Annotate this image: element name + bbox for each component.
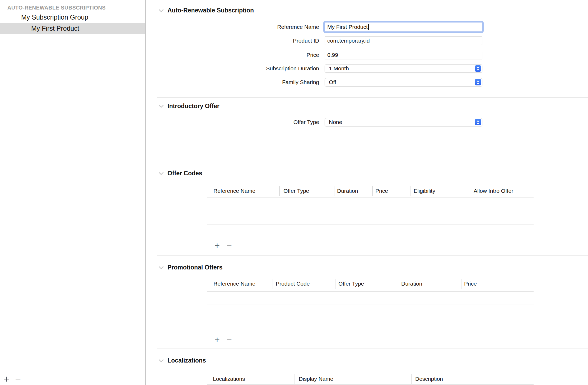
table-row-line	[207, 305, 534, 305]
section-divider	[157, 349, 588, 349]
column-separator	[398, 279, 398, 289]
reference-name-input[interactable]: My First Product	[325, 22, 482, 32]
column-header[interactable]: Reference Name	[213, 280, 255, 287]
section-header-offer-codes[interactable]: Offer Codes	[158, 169, 202, 177]
up-down-chevrons-icon[interactable]	[475, 65, 481, 72]
reference-name-label: Reference Name	[185, 23, 319, 31]
up-down-chevrons-icon[interactable]	[475, 79, 481, 85]
column-separator	[410, 186, 410, 196]
table-row-line	[207, 384, 534, 385]
table-row-line	[207, 291, 534, 292]
product-id-input[interactable]	[325, 36, 482, 45]
subscription-duration-value: 1 Month	[325, 65, 349, 72]
chevron-down-icon[interactable]	[158, 359, 164, 362]
family-sharing-value: Off	[325, 79, 336, 85]
column-header[interactable]: Price	[375, 187, 388, 195]
price-input[interactable]	[325, 51, 482, 59]
offer-type-value: None	[325, 119, 342, 125]
section-divider	[157, 162, 588, 162]
column-separator	[295, 374, 295, 384]
section-header-introductory-offer[interactable]: Introductory Offer	[158, 102, 220, 110]
section-divider	[157, 97, 588, 98]
column-separator	[279, 186, 280, 196]
table-row-line	[207, 319, 534, 319]
table-row-line	[207, 224, 534, 225]
column-header[interactable]: Offer Type	[283, 187, 309, 195]
table-row-line	[207, 211, 534, 211]
price-label: Price	[185, 51, 319, 59]
column-separator	[372, 186, 373, 196]
section-divider	[157, 255, 588, 256]
sidebar: AUTO-RENEWABLE SUBSCRIPTIONS My Subscrip…	[0, 0, 145, 385]
sidebar-actions: + −	[0, 374, 145, 385]
remove-offer-code-button[interactable]: −	[225, 240, 234, 251]
section-title: Promotional Offers	[167, 264, 222, 271]
sidebar-item-label: My First Product	[31, 23, 79, 34]
subscription-duration-select[interactable]: 1 Month	[325, 64, 482, 73]
reference-name-value: My First Product	[327, 22, 368, 31]
column-header[interactable]: Allow Intro Offer	[474, 187, 513, 195]
sidebar-item-my-first-product[interactable]: My First Product	[0, 23, 145, 34]
sidebar-item-label: My Subscription Group	[21, 12, 88, 23]
chevron-down-icon[interactable]	[158, 104, 164, 108]
column-header[interactable]: Duration	[401, 280, 422, 287]
column-separator	[273, 279, 273, 289]
column-separator	[411, 374, 412, 384]
section-title: Auto-Renewable Subscription	[167, 7, 254, 14]
column-header[interactable]: Eligibility	[414, 187, 435, 195]
offer-type-select[interactable]: None	[325, 118, 482, 126]
add-offer-code-button[interactable]: +	[212, 240, 222, 251]
column-header[interactable]: Reference Name	[213, 187, 255, 195]
sidebar-item-subscription-group[interactable]: My Subscription Group	[0, 12, 145, 23]
section-title: Localizations	[167, 357, 206, 364]
chevron-down-icon[interactable]	[158, 266, 164, 269]
column-header[interactable]: Localizations	[213, 375, 245, 383]
family-sharing-label: Family Sharing	[185, 79, 319, 86]
column-separator	[334, 186, 334, 196]
column-separator	[461, 279, 461, 289]
remove-product-button[interactable]: −	[13, 374, 23, 384]
column-separator	[335, 279, 335, 289]
remove-promotional-offer-button[interactable]: −	[225, 334, 234, 345]
text-caret	[368, 24, 369, 30]
section-title: Offer Codes	[167, 170, 202, 177]
offer-type-label: Offer Type	[185, 118, 319, 126]
column-header[interactable]: Offer Type	[338, 280, 364, 287]
chevron-down-icon[interactable]	[158, 9, 164, 12]
family-sharing-select[interactable]: Off	[325, 78, 482, 86]
product-id-label: Product ID	[185, 37, 319, 44]
up-down-chevrons-icon[interactable]	[475, 119, 481, 125]
chevron-down-icon[interactable]	[158, 172, 164, 175]
subscription-duration-label: Subscription Duration	[185, 65, 319, 72]
section-header-localizations[interactable]: Localizations	[158, 356, 206, 365]
section-title: Introductory Offer	[167, 103, 220, 110]
table-row-line	[207, 197, 534, 198]
add-promotional-offer-button[interactable]: +	[212, 334, 222, 345]
column-header[interactable]: Product Code	[276, 280, 310, 287]
column-separator	[470, 186, 470, 196]
section-header-promotional-offers[interactable]: Promotional Offers	[158, 263, 222, 272]
column-header[interactable]: Description	[415, 375, 443, 383]
column-header[interactable]: Duration	[337, 187, 358, 195]
sidebar-group-header: AUTO-RENEWABLE SUBSCRIPTIONS	[7, 4, 106, 12]
column-header[interactable]: Display Name	[299, 375, 333, 383]
storekit-configuration-editor: AUTO-RENEWABLE SUBSCRIPTIONS My Subscrip…	[0, 0, 588, 385]
sidebar-resize-divider[interactable]	[145, 0, 146, 385]
column-header[interactable]: Price	[464, 280, 477, 287]
add-product-button[interactable]: +	[1, 374, 12, 384]
section-header-auto-renewable-subscription[interactable]: Auto-Renewable Subscription	[158, 6, 254, 15]
